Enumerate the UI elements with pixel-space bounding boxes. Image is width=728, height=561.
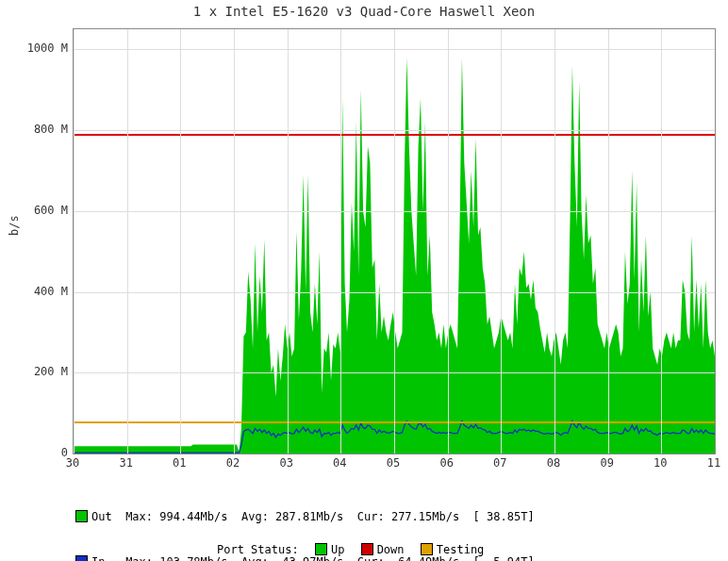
x-tick: 01 (160, 456, 198, 470)
y-axis-label: b/s (8, 215, 21, 236)
x-tick: 08 (535, 456, 572, 470)
x-tick: 07 (481, 456, 519, 470)
y-tick: 200 M (2, 365, 68, 378)
swatch-out-icon (75, 510, 88, 522)
swatch-testing-icon (421, 543, 433, 555)
swatch-up-icon (315, 543, 327, 555)
legend-out: Out Max: 994.44Mb/s Avg: 287.81Mb/s Cur:… (75, 509, 535, 524)
x-tick: 02 (214, 456, 252, 470)
x-tick: 05 (374, 456, 412, 470)
x-tick: 04 (321, 456, 358, 470)
x-tick: 11 (695, 456, 728, 470)
port-status-row: Port Status: Up Down Testing (217, 543, 484, 556)
x-tick: 06 (428, 456, 466, 470)
swatch-down-icon (361, 543, 373, 555)
x-tick: 03 (268, 456, 306, 470)
plot-area (73, 28, 716, 454)
chart-title: 1 x Intel E5-1620 v3 Quad-Core Haswell X… (0, 4, 728, 19)
x-tick: 09 (588, 456, 626, 470)
y-tick: 800 M (2, 123, 68, 136)
x-tick: 30 (54, 456, 91, 470)
swatch-in-icon (75, 555, 88, 561)
y-tick: 600 M (2, 204, 68, 217)
y-tick: 400 M (2, 285, 68, 298)
y-tick: 1000 M (2, 41, 68, 55)
x-tick: 10 (641, 456, 679, 470)
x-tick: 31 (108, 456, 145, 470)
